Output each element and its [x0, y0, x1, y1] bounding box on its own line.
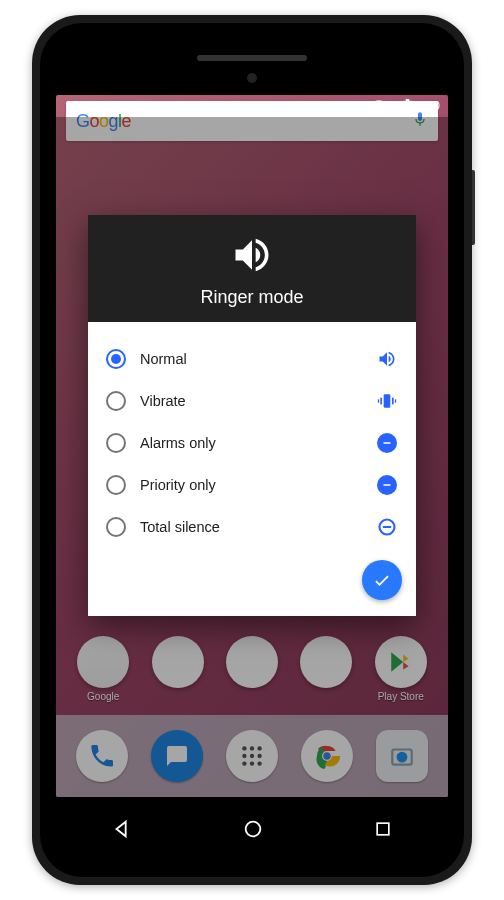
ringer-mode-dialog: Ringer mode Normal Vibrate — [88, 215, 416, 616]
nav-home-button[interactable] — [242, 818, 264, 844]
option-label: Priority only — [140, 477, 362, 493]
phone-frame: 7:00 Google Google — [32, 15, 472, 885]
radio-icon — [106, 349, 126, 369]
option-label: Vibrate — [140, 393, 362, 409]
speaker-grille — [197, 55, 307, 61]
dialog-actions — [88, 552, 416, 616]
option-label: Total silence — [140, 519, 362, 535]
options-list: Normal Vibrate Alarms — [88, 322, 416, 552]
dialog-header: Ringer mode — [88, 215, 416, 322]
radio-icon — [106, 475, 126, 495]
check-icon — [372, 570, 392, 590]
volume-up-icon — [376, 348, 398, 370]
speaker-icon — [230, 233, 274, 281]
dnd-minus-icon — [376, 432, 398, 454]
option-alarms-only[interactable]: Alarms only — [102, 422, 402, 464]
option-label: Alarms only — [140, 435, 362, 451]
svg-rect-20 — [384, 484, 391, 486]
front-camera — [247, 73, 257, 83]
radio-icon — [106, 433, 126, 453]
svg-rect-18 — [395, 399, 396, 402]
option-normal[interactable]: Normal — [102, 338, 402, 380]
confirm-button[interactable] — [362, 560, 402, 600]
dialog-title: Ringer mode — [88, 287, 416, 308]
radio-icon — [106, 517, 126, 537]
svg-rect-24 — [377, 823, 389, 835]
svg-rect-19 — [384, 442, 391, 444]
svg-rect-15 — [380, 398, 382, 405]
option-priority-only[interactable]: Priority only — [102, 464, 402, 506]
screen: 7:00 Google Google — [56, 95, 448, 797]
svg-point-23 — [246, 822, 261, 837]
radio-icon — [106, 391, 126, 411]
power-button — [472, 170, 475, 245]
option-vibrate[interactable]: Vibrate — [102, 380, 402, 422]
svg-rect-14 — [384, 394, 391, 407]
dnd-minus-icon — [376, 474, 398, 496]
option-total-silence[interactable]: Total silence — [102, 506, 402, 548]
navigation-bar — [56, 807, 448, 855]
vibrate-icon — [376, 390, 398, 412]
svg-rect-22 — [383, 526, 391, 528]
nav-back-button[interactable] — [111, 818, 133, 844]
svg-rect-16 — [392, 398, 394, 405]
svg-rect-17 — [378, 399, 379, 402]
dnd-circle-icon — [376, 516, 398, 538]
option-label: Normal — [140, 351, 362, 367]
nav-recent-button[interactable] — [373, 819, 393, 843]
